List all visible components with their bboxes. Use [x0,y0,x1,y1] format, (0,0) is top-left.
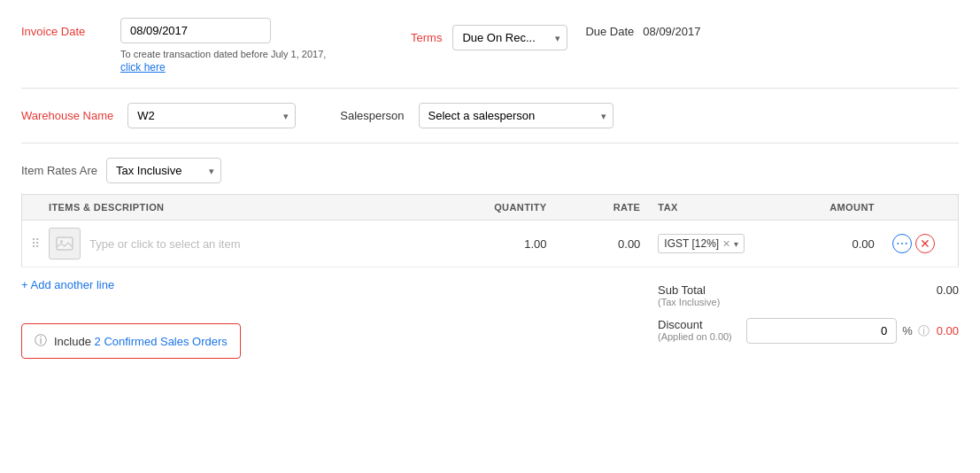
item-amount: 0.00 [853,237,875,251]
discount-row: Discount (Applied on 0.00) % ⓘ 0.00 [658,313,959,349]
include-orders-box[interactable]: ⓘ Include 2 Confirmed Sales Orders [21,323,241,359]
invoice-date-input[interactable] [120,18,271,43]
hint-text: To create transaction dated before July … [120,49,326,59]
col-header-amount: AMOUNT [790,195,884,221]
bottom-section: + Add another line ⓘ Include 2 Confirmed… [21,278,959,359]
col-header-item: ITEMS & DESCRIPTION [22,195,444,221]
item-rate[interactable]: 0.00 [618,237,640,251]
drag-handle-icon[interactable]: ⠿ [31,237,43,251]
tax-remove-icon[interactable]: ✕ [722,238,730,250]
discount-input[interactable] [746,318,897,344]
salesperson-select[interactable]: Select a salesperson [419,103,613,128]
subtotal-value: 0.00 [937,283,959,297]
col-header-actions [884,195,959,221]
due-date-value: 08/09/2017 [643,25,700,38]
add-line-button[interactable]: + Add another line [21,278,114,291]
tax-inclusive-select[interactable]: Tax Inclusive Tax Exclusive [106,158,221,183]
subtotal-row: Sub Total (Tax Inclusive) 0.00 [658,278,959,313]
discount-info-icon[interactable]: ⓘ [918,323,930,339]
discount-input-group: % ⓘ [746,318,930,344]
tax-badge[interactable]: IGST [12%] ✕ ▾ [658,234,745,253]
svg-point-1 [60,240,63,243]
divider-1 [21,88,959,89]
invoice-date-label: Invoice Date [21,25,110,38]
right-bottom: Sub Total (Tax Inclusive) 0.00 Discount … [658,278,959,349]
warehouse-label: Warehouse Name [21,109,113,122]
item-rates-label: Item Rates Are [21,164,97,177]
divider-2 [21,143,959,143]
terms-label: Terms [411,31,442,44]
left-bottom: + Add another line ⓘ Include 2 Confirmed… [21,278,658,359]
confirmed-orders-highlight[interactable]: 2 Confirmed Sales Orders [95,335,228,348]
warehouse-select[interactable]: W2 W1 W3 [127,103,296,128]
col-header-tax: TAX [649,195,790,221]
row-delete-button[interactable]: ✕ [915,234,935,253]
salesperson-label: Salesperson [340,109,404,122]
subtotal-sub: (Tax Inclusive) [658,297,720,307]
row-actions: ⋯ ✕ [892,234,949,253]
item-description-input[interactable]: Type or click to select an item [89,237,241,251]
discount-sub: (Applied on 0.00) [658,331,732,342]
subtotal-label: Sub Total [658,283,720,297]
svg-rect-0 [57,237,73,250]
item-qty[interactable]: 1.00 [524,237,546,251]
item-image-placeholder [49,228,81,260]
tax-chevron-icon[interactable]: ▾ [734,239,738,249]
discount-pct-label: % [902,324,913,337]
tax-value: IGST [12%] [664,237,719,250]
col-header-rate: RATE [556,195,650,221]
row-action-dots-button[interactable]: ⋯ [892,234,912,253]
click-here-link[interactable]: click here [120,61,166,74]
due-date-label: Due Date [585,25,634,38]
items-table: ITEMS & DESCRIPTION QUANTITY RATE TAX AM… [21,194,959,268]
discount-amount: 0.00 [937,324,959,337]
discount-label: Discount [658,318,732,331]
table-row: ⠿ Type or click to select an item [22,221,959,268]
include-orders-text: Include 2 Confirmed Sales Orders [54,335,228,348]
terms-select[interactable]: Due On Rec... [452,25,567,50]
col-header-qty: QUANTITY [444,195,556,221]
info-icon: ⓘ [35,333,47,349]
